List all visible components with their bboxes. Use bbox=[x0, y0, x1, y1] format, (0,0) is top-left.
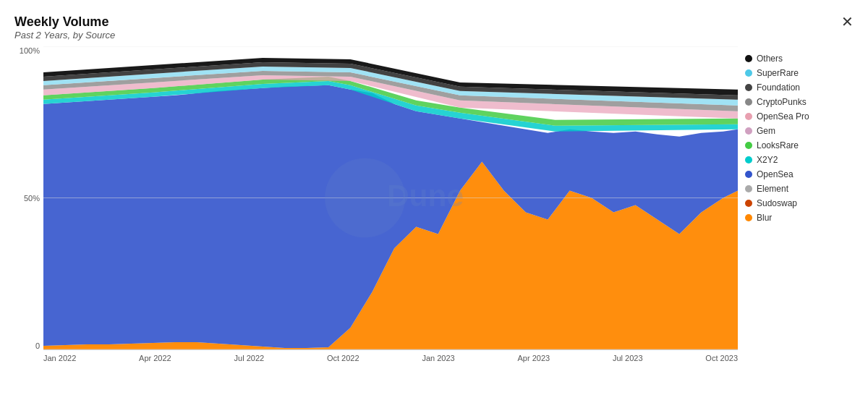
modal: Weekly Volume Past 2 Years, by Source ✕ … bbox=[0, 0, 868, 395]
x-label-oct23: Oct 2023 bbox=[705, 354, 738, 362]
x-label-jan23: Jan 2023 bbox=[422, 354, 454, 362]
legend-dot bbox=[745, 156, 752, 163]
x-label-jul23: Jul 2023 bbox=[613, 354, 643, 362]
legend-item-foundation: Foundation bbox=[745, 82, 854, 93]
legend-item-looksrare: LooksRare bbox=[745, 140, 854, 150]
legend-label: Blur bbox=[757, 213, 772, 223]
y-label-100: 100% bbox=[20, 46, 40, 55]
x-label-apr22: Apr 2022 bbox=[139, 354, 171, 362]
x-label-oct22: Oct 2022 bbox=[327, 354, 359, 362]
y-label-50: 50% bbox=[24, 194, 40, 203]
x-axis: Jan 2022 Apr 2022 Jul 2022 Oct 2022 Jan … bbox=[43, 350, 738, 372]
legend-item-superrare: SuperRare bbox=[745, 68, 854, 78]
legend-label: Foundation bbox=[757, 82, 800, 93]
legend-item-others: Others bbox=[745, 54, 854, 64]
legend-item-x2y2: X2Y2 bbox=[745, 155, 854, 165]
chart-title: Weekly Volume bbox=[14, 14, 854, 30]
legend-dot bbox=[745, 214, 752, 221]
legend-item-sudoswap: Sudoswap bbox=[745, 198, 854, 208]
chart-legend: Others SuperRare Foundation CryptoPunks … bbox=[745, 46, 854, 372]
legend-label: OpenSea Pro bbox=[757, 111, 809, 122]
legend-dot bbox=[745, 84, 752, 91]
legend-item-opensea: OpenSea bbox=[745, 169, 854, 179]
chart-header: Weekly Volume Past 2 Years, by Source bbox=[14, 14, 854, 41]
legend-dot bbox=[745, 55, 752, 62]
y-label-0: 0 bbox=[35, 341, 40, 350]
legend-label: SuperRare bbox=[757, 68, 799, 78]
legend-dot bbox=[745, 69, 752, 77]
legend-label: Gem bbox=[757, 126, 775, 136]
chart-body: Dune bbox=[43, 46, 738, 350]
legend-dot bbox=[745, 127, 752, 135]
legend-label: LooksRare bbox=[757, 140, 799, 150]
chart-container: 100% 50% 0 bbox=[14, 46, 738, 372]
legend-label: Sudoswap bbox=[757, 198, 797, 208]
legend-item-gem: Gem bbox=[745, 126, 854, 136]
legend-label: CryptoPunks bbox=[757, 97, 807, 107]
legend-dot bbox=[745, 171, 752, 178]
legend-label: Element bbox=[757, 184, 788, 194]
legend-dot bbox=[745, 113, 752, 120]
legend-dot bbox=[745, 98, 752, 106]
y-axis: 100% 50% 0 bbox=[14, 46, 43, 350]
legend-item-cryptopunks: CryptoPunks bbox=[745, 97, 854, 107]
legend-item-opensea-pro: OpenSea Pro bbox=[745, 111, 854, 122]
x-label-jul22: Jul 2022 bbox=[234, 354, 265, 362]
legend-item-blur: Blur bbox=[745, 213, 854, 223]
legend-dot bbox=[745, 185, 752, 192]
close-button[interactable]: ✕ bbox=[841, 13, 854, 30]
chart-subtitle: Past 2 Years, by Source bbox=[14, 30, 854, 41]
legend-item-element: Element bbox=[745, 184, 854, 194]
legend-dot bbox=[745, 142, 752, 149]
legend-label: X2Y2 bbox=[757, 155, 778, 165]
legend-dot bbox=[745, 200, 752, 207]
legend-label: OpenSea bbox=[757, 169, 793, 179]
legend-label: Others bbox=[757, 54, 783, 64]
x-label-apr23: Apr 2023 bbox=[517, 354, 550, 362]
chart-area: 100% 50% 0 bbox=[14, 46, 854, 372]
x-label-jan22: Jan 2022 bbox=[43, 354, 76, 362]
svg-text:Dune: Dune bbox=[387, 179, 464, 213]
